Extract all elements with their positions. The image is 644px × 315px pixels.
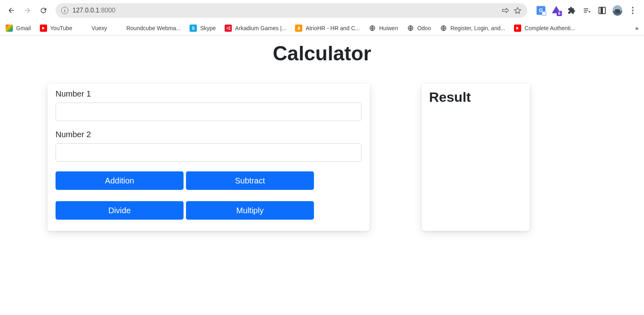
subtract-button[interactable]: Subtract bbox=[186, 171, 314, 190]
youtube-icon bbox=[514, 25, 521, 32]
reload-button[interactable] bbox=[36, 3, 51, 18]
result-heading: Result bbox=[429, 89, 522, 105]
number1-input[interactable] bbox=[56, 103, 361, 121]
arrow-left-icon bbox=[7, 6, 15, 14]
share-icon[interactable] bbox=[502, 6, 510, 14]
bookmarks-overflow-icon[interactable]: » bbox=[635, 25, 638, 31]
button-row-1: Addition Subtract bbox=[56, 171, 361, 190]
arkadium-icon: ◁ bbox=[225, 25, 232, 32]
bookmark-register-login[interactable]: Register, Login, and... bbox=[440, 25, 505, 32]
bookmark-skype[interactable]: S Skype bbox=[190, 25, 216, 32]
bookmark-label: Odoo bbox=[417, 25, 431, 31]
gmail-icon bbox=[6, 25, 13, 32]
calculator-card: Number 1 Number 2 Addition Subtract Divi… bbox=[47, 84, 369, 231]
cpanel-icon: cP bbox=[116, 25, 123, 32]
arrow-right-icon bbox=[23, 6, 31, 14]
youtube-icon bbox=[40, 25, 47, 32]
globe-icon bbox=[369, 25, 376, 32]
bookmark-arkadium[interactable]: ◁ Arkadium Games |... bbox=[225, 25, 286, 32]
bookmark-roundcube[interactable]: cP Roundcube Webma... bbox=[116, 25, 181, 32]
address-bar[interactable]: i 127.0.0.1:8000 bbox=[56, 3, 527, 18]
bookmark-label: Arkadium Games |... bbox=[235, 25, 286, 31]
bookmark-label: Skype bbox=[200, 25, 216, 31]
bookmark-label: Complete Authenti... bbox=[524, 25, 575, 31]
bookmarks-bar: Gmail YouTube ❤ Vuexy cP Roundcube Webma… bbox=[0, 21, 644, 35]
google-translate-extension-icon[interactable]: G bbox=[536, 6, 546, 15]
bookmark-label: YouTube bbox=[50, 25, 72, 31]
bookmark-star-icon[interactable] bbox=[514, 6, 522, 14]
reading-list-icon[interactable] bbox=[582, 6, 592, 15]
globe-icon bbox=[407, 25, 414, 32]
chrome-menu-icon[interactable] bbox=[628, 7, 638, 14]
result-card: Result bbox=[422, 84, 530, 231]
bookmark-odoo[interactable]: Odoo bbox=[407, 25, 431, 32]
content-layout: Number 1 Number 2 Addition Subtract Divi… bbox=[0, 84, 644, 231]
site-info-icon[interactable]: i bbox=[61, 7, 68, 14]
bookmark-gmail[interactable]: Gmail bbox=[6, 25, 31, 32]
back-button[interactable] bbox=[4, 3, 19, 18]
bookmark-label: Vuexy bbox=[92, 25, 107, 31]
extensions-puzzle-icon[interactable] bbox=[567, 6, 576, 15]
number1-label: Number 1 bbox=[56, 89, 361, 99]
atriohr-icon: A bbox=[295, 25, 302, 32]
side-panel-icon[interactable] bbox=[597, 6, 607, 15]
multiply-button[interactable]: Multiply bbox=[186, 201, 314, 220]
reload-icon bbox=[39, 6, 47, 14]
divide-button[interactable]: Divide bbox=[56, 201, 184, 220]
bookmark-complete-auth[interactable]: Complete Authenti... bbox=[514, 25, 575, 32]
bookmark-label: Register, Login, and... bbox=[450, 25, 505, 31]
number2-input[interactable] bbox=[56, 143, 361, 162]
bookmark-label: Huiwen bbox=[379, 25, 398, 31]
bookmark-vuexy[interactable]: ❤ Vuexy bbox=[81, 25, 107, 32]
forward-button[interactable] bbox=[20, 3, 35, 18]
number2-label: Number 2 bbox=[56, 130, 361, 139]
button-row-2: Divide Multiply bbox=[56, 201, 361, 220]
extensions-area: G 6 bbox=[532, 6, 640, 15]
bookmark-atriohr[interactable]: A AtrioHR - HR and C... bbox=[295, 25, 360, 32]
profile-avatar-icon[interactable] bbox=[613, 6, 622, 15]
bookmark-label: Roundcube Webma... bbox=[126, 25, 181, 31]
page-root: Calculator Number 1 Number 2 Addition Su… bbox=[0, 42, 644, 231]
page-title: Calculator bbox=[0, 42, 644, 65]
bookmark-label: AtrioHR - HR and C... bbox=[305, 25, 360, 31]
idm-extension-icon[interactable]: 6 bbox=[551, 6, 561, 15]
globe-icon bbox=[440, 25, 447, 32]
browser-toolbar: i 127.0.0.1:8000 G 6 bbox=[0, 0, 644, 21]
bookmark-youtube[interactable]: YouTube bbox=[40, 25, 72, 32]
skype-icon: S bbox=[190, 25, 197, 32]
addition-button[interactable]: Addition bbox=[56, 171, 184, 190]
bookmark-label: Gmail bbox=[16, 25, 31, 31]
bookmark-huiwen[interactable]: Huiwen bbox=[369, 25, 398, 32]
url-text: 127.0.0.1:8000 bbox=[72, 7, 116, 14]
vuexy-icon: ❤ bbox=[81, 25, 89, 32]
